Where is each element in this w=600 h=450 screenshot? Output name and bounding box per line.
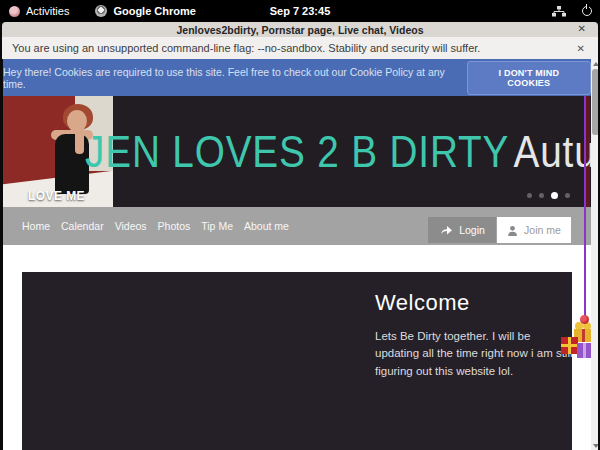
gift-box-red-icon[interactable] <box>561 337 578 354</box>
hero-title-main: JEN LOVES 2 B DIRTY <box>85 126 509 178</box>
window-titlebar[interactable]: Jenloves2bdirty, Pornstar page, Live cha… <box>2 22 598 37</box>
nav-item-photos[interactable]: Photos <box>158 220 191 232</box>
gift-box-purple-icon[interactable] <box>577 343 592 358</box>
power-icon[interactable] <box>582 6 592 16</box>
window-title: Jenloves2bdirty, Pornstar page, Live cha… <box>176 24 423 36</box>
welcome-block: Welcome Lets Be Dirty together. I will b… <box>375 290 585 380</box>
system-tray <box>552 0 592 22</box>
login-label: Login <box>459 224 485 236</box>
hero-title: JEN LOVES 2 B DIRTY Autumn <box>85 96 591 207</box>
nav-item-aboutme[interactable]: About me <box>244 220 289 232</box>
page-content: Welcome Lets Be Dirty together. I will b… <box>3 245 591 450</box>
photo-caption: LOVE ME <box>28 188 85 203</box>
nav-item-tipme[interactable]: Tip Me <box>201 220 233 232</box>
hero-title-accent: Autumn <box>514 126 591 178</box>
hero-slideshow: LOVE ME JEN LOVES 2 B DIRTY Autumn <box>3 96 591 207</box>
welcome-body: Lets Be Dirty together. I will be updati… <box>375 328 575 380</box>
nav-item-videos[interactable]: Videos <box>115 220 147 232</box>
network-icon[interactable] <box>552 6 566 17</box>
infobar-message: You are using an unsupported command-lin… <box>12 42 480 54</box>
gift-ball-icon[interactable] <box>580 315 589 324</box>
join-button[interactable]: Join me <box>497 217 571 243</box>
desktop-edge-left <box>0 22 3 450</box>
system-top-bar: Activities Google Chrome Sep 7 23:45 <box>0 0 600 22</box>
welcome-heading: Welcome <box>375 290 585 316</box>
join-label: Join me <box>524 224 561 236</box>
chrome-infobar: You are using an unsupported command-lin… <box>2 37 598 59</box>
window-close-icon[interactable]: ✕ <box>578 23 586 34</box>
gift-string <box>584 96 586 322</box>
infobar-close-icon[interactable]: ✕ <box>577 43 585 54</box>
photo-model-arm <box>75 128 84 154</box>
nav-item-calendar[interactable]: Calendar <box>61 220 104 232</box>
cookie-consent-bar: Hey there! Cookies are required to use t… <box>3 59 591 96</box>
cookie-accept-button[interactable]: I DON'T MIND COOKIES <box>467 61 591 95</box>
login-arrow-icon <box>439 225 453 235</box>
nav-item-home[interactable]: Home <box>22 220 50 232</box>
person-icon <box>507 225 518 236</box>
cookie-message: Hey there! Cookies are required to use t… <box>3 66 454 90</box>
clock[interactable]: Sep 7 23:45 <box>0 5 600 17</box>
welcome-panel: Welcome Lets Be Dirty together. I will b… <box>22 272 572 450</box>
site-navbar: Home Calendar Videos Photos Tip Me About… <box>3 207 591 245</box>
login-button[interactable]: Login <box>428 217 496 243</box>
